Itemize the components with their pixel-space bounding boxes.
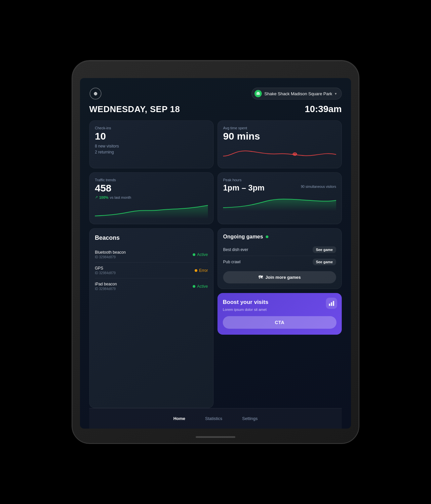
status-dot-error-icon (195, 269, 197, 272)
nav-item-statistics[interactable]: Statistics (205, 416, 222, 421)
datetime-row: WEDNESDAY, SEP 18 10:39am (89, 104, 342, 114)
header: ⊕ Shake Shack Madison Square Park ▾ (89, 87, 342, 100)
traffic-vs-text: vs last month (110, 195, 131, 199)
map-icon: 🗺 (258, 275, 263, 280)
join-more-games-button[interactable]: 🗺 Join more games (223, 271, 336, 283)
peak-value: 1pm – 3pm (223, 183, 264, 192)
app-logo-icon: ⊕ (89, 87, 102, 100)
peak-simultaneous: 90 simultaneous visitors (301, 185, 336, 189)
location-dot-icon (255, 90, 262, 97)
svg-text:⊕: ⊕ (94, 91, 98, 96)
avg-time-value: 90 mins (223, 131, 336, 141)
checkins-sub1: 8 new visitors (95, 143, 208, 149)
avg-time-card: Avg time spent 90 mins (217, 120, 342, 168)
beacon-item-gps: GPS ID 32984d879 Error (95, 263, 208, 278)
checkins-card: Check-ins 10 8 new visitors 2 returning (89, 120, 214, 168)
beacons-title: Beacons (95, 234, 208, 241)
game-name-pub-crawl: Pub crawl (223, 260, 241, 264)
status-dot-active-icon (193, 285, 195, 288)
right-bottom-column: Ongoing games Best dish ever See game Pu… (217, 228, 342, 408)
bottom-grid: Beacons Bluetooth beacon ID 32984d879 Ac… (89, 228, 342, 408)
checkins-label: Check-ins (95, 126, 208, 130)
traffic-pct: 100% (99, 195, 108, 199)
ongoing-games-card: Ongoing games Best dish ever See game Pu… (217, 228, 342, 289)
beacon-status-gps: Error (195, 268, 208, 273)
peak-hours-card: Peak hours 1pm – 3pm 90 simultaneous vis… (217, 172, 342, 224)
svg-rect-7 (331, 302, 332, 306)
traffic-label: Traffic trends (95, 178, 208, 182)
tablet-screen: ⊕ Shake Shack Madison Square Park ▾ WEDN… (80, 78, 351, 429)
avg-time-label: Avg time spent (223, 126, 336, 130)
time-display: 10:39am (305, 104, 342, 114)
see-game-button-best-dish[interactable]: See game (313, 246, 336, 253)
boost-icon-wrap (326, 298, 337, 309)
traffic-value: 458 (95, 183, 208, 193)
boost-cta-button[interactable]: CTA (223, 316, 336, 329)
boost-title: Boost your visits (223, 299, 336, 306)
live-indicator-icon (266, 235, 268, 238)
beacon-name-bluetooth: Bluetooth beacon (95, 250, 126, 255)
see-game-button-pub-crawl[interactable]: See game (313, 259, 336, 265)
status-dot-icon (193, 253, 195, 256)
nav-item-home[interactable]: Home (173, 416, 185, 421)
beacon-name-gps: GPS (95, 266, 116, 271)
peak-header: 1pm – 3pm 90 simultaneous visitors (223, 183, 336, 192)
beacon-item-bluetooth: Bluetooth beacon ID 32984d879 Active (95, 247, 208, 263)
location-pill[interactable]: Shake Shack Madison Square Park ▾ (252, 88, 342, 100)
svg-rect-6 (329, 304, 330, 306)
date-display: WEDNESDAY, SEP 18 (89, 104, 180, 114)
boost-card: Boost your visits Lorem ipsum dolor sit … (217, 293, 342, 335)
beacon-id-ipad: ID 32984d879 (95, 287, 117, 291)
beacons-card: Beacons Bluetooth beacon ID 32984d879 Ac… (89, 228, 214, 408)
svg-rect-3 (257, 92, 259, 93)
top-cards-grid: Check-ins 10 8 new visitors 2 returning … (89, 120, 342, 224)
beacon-id-bluetooth: ID 32984d879 (95, 255, 126, 259)
peak-label: Peak hours (223, 178, 336, 182)
beacon-id-gps: ID 32984d879 (95, 271, 116, 275)
beacon-status-ipad: Active (193, 284, 208, 289)
game-row-best-dish: Best dish ever See game (223, 244, 336, 256)
join-games-label: Join more games (265, 275, 301, 280)
peak-trend-chart (223, 194, 336, 211)
chevron-down-icon: ▾ (335, 92, 337, 96)
boost-subtitle: Lorem ipsum dolor sit amet (223, 308, 336, 312)
checkins-sub2: 2 returning (95, 149, 208, 155)
games-title: Ongoing games (223, 234, 263, 240)
beacon-item-ipad: iPad beacon ID 32984d879 Active (95, 278, 208, 294)
traffic-trend-chart (95, 202, 208, 219)
location-name: Shake Shack Madison Square Park (264, 91, 332, 96)
games-header: Ongoing games (223, 234, 336, 240)
avg-time-chart (223, 145, 336, 163)
svg-rect-8 (333, 301, 334, 306)
game-name-best-dish: Best dish ever (223, 247, 248, 252)
checkins-value: 10 (95, 131, 208, 141)
svg-point-5 (294, 153, 295, 155)
svg-rect-2 (256, 93, 260, 95)
game-row-pub-crawl: Pub crawl See game (223, 256, 336, 268)
bottom-nav: Home Statistics Settings (89, 408, 342, 429)
beacon-name-ipad: iPad beacon (95, 282, 117, 286)
traffic-card: Traffic trends 458 ↗ 100% vs last month (89, 172, 214, 224)
bar-chart-icon (329, 300, 334, 306)
traffic-up-arrow-icon: ↗ (95, 195, 98, 199)
home-indicator (196, 436, 235, 438)
tablet-frame: ⊕ Shake Shack Madison Square Park ▾ WEDN… (72, 60, 359, 444)
screen-content: ⊕ Shake Shack Madison Square Park ▾ WEDN… (80, 78, 351, 429)
beacon-status-bluetooth: Active (193, 252, 208, 257)
nav-item-settings[interactable]: Settings (242, 416, 258, 421)
